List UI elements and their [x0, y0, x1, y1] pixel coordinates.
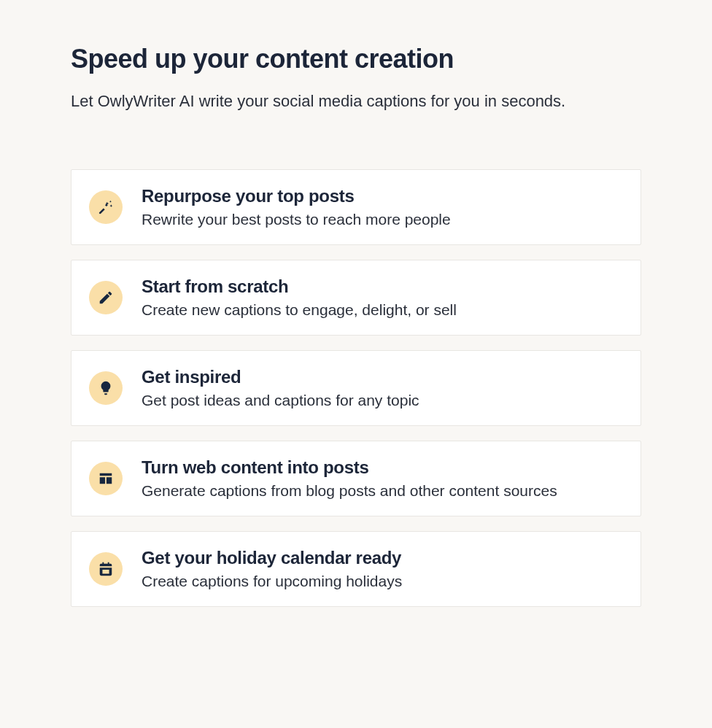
option-start-from-scratch[interactable]: Start from scratch Create new captions t… [71, 260, 641, 336]
option-web-content-to-posts[interactable]: Turn web content into posts Generate cap… [71, 441, 641, 516]
option-text: Repurpose your top posts Rewrite your be… [142, 186, 623, 228]
option-text: Get inspired Get post ideas and captions… [142, 367, 623, 409]
option-title: Get inspired [142, 367, 623, 387]
option-title: Turn web content into posts [142, 457, 623, 478]
option-text: Turn web content into posts Generate cap… [142, 457, 623, 500]
option-holiday-calendar[interactable]: Get your holiday calendar ready Create c… [71, 531, 641, 607]
option-text: Get your holiday calendar ready Create c… [142, 548, 623, 590]
option-description: Create new captions to engage, delight, … [142, 301, 623, 319]
option-repurpose-top-posts[interactable]: Repurpose your top posts Rewrite your be… [71, 169, 641, 245]
lightbulb-icon [89, 371, 123, 405]
option-description: Generate captions from blog posts and ot… [142, 482, 623, 500]
option-description: Get post ideas and captions for any topi… [142, 392, 623, 409]
option-text: Start from scratch Create new captions t… [142, 276, 623, 319]
pencil-icon [89, 281, 123, 314]
option-description: Create captions for upcoming holidays [142, 573, 623, 590]
option-description: Rewrite your best posts to reach more pe… [142, 211, 623, 228]
option-title: Get your holiday calendar ready [142, 548, 623, 568]
option-get-inspired[interactable]: Get inspired Get post ideas and captions… [71, 350, 641, 426]
page-title: Speed up your content creation [71, 44, 641, 74]
option-title: Repurpose your top posts [142, 186, 623, 206]
calendar-icon [89, 552, 123, 586]
layout-icon [89, 462, 123, 495]
page-subtitle: Let OwlyWriter AI write your social medi… [71, 92, 641, 111]
option-title: Start from scratch [142, 276, 623, 297]
magic-wand-icon [89, 190, 123, 224]
